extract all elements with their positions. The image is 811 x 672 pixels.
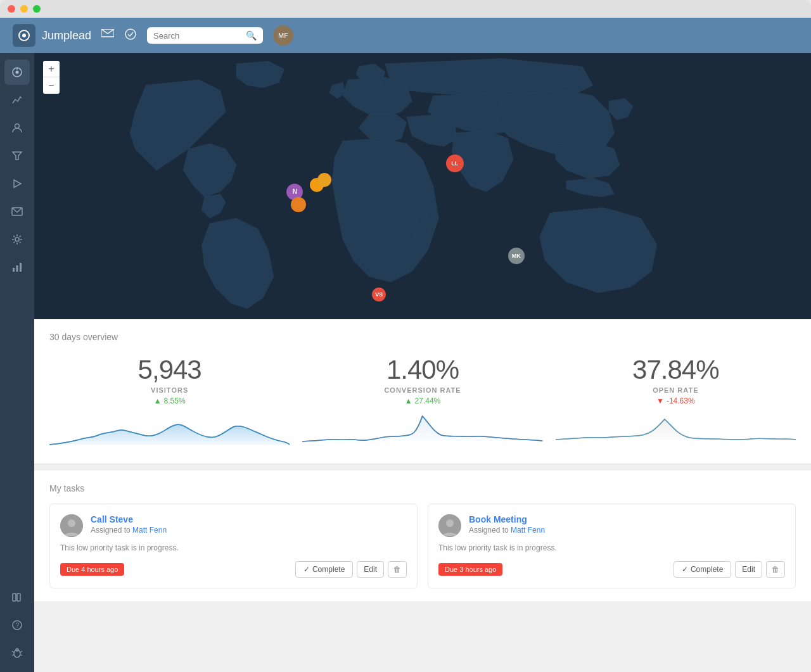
zoom-out-button[interactable]: − [43, 77, 60, 94]
svg-rect-14 [13, 593, 16, 601]
window-chrome [0, 0, 811, 18]
trash-icon: 🗑 [393, 565, 401, 574]
avatar[interactable]: MF [273, 25, 293, 46]
world-map [34, 53, 811, 319]
task-2-actions: ✓ Complete Edit 🗑 [674, 561, 785, 578]
zoom-in-button[interactable]: + [43, 61, 60, 77]
task-2-edit-button[interactable]: Edit [735, 561, 762, 578]
svg-point-4 [16, 71, 19, 74]
map-section: + − LL N MK VS [34, 53, 811, 319]
task-1-desc: This low priority task is in progress. [60, 542, 407, 554]
search-icon: 🔍 [246, 30, 257, 41]
marker-VS[interactable]: VS [372, 288, 386, 301]
sidebar-item-automation[interactable] [4, 171, 30, 196]
task-2-complete-button[interactable]: ✓ Complete [674, 561, 731, 578]
task-2-due-badge: Due 3 hours ago [438, 563, 502, 576]
close-button[interactable] [8, 5, 15, 13]
task-1-avatar [60, 514, 83, 537]
stats-title: 30 days overview [49, 332, 796, 342]
stats-section: 30 days overview 5,943 VISITORS ▲ 8.55% [34, 319, 811, 464]
marker-MK[interactable]: MK [508, 248, 525, 264]
stat-visitors: 5,943 VISITORS ▲ 8.55% [49, 355, 290, 451]
sidebar-item-reports[interactable] [4, 255, 30, 280]
checkmark-icon[interactable] [124, 28, 137, 44]
messages-icon[interactable] [101, 29, 114, 42]
trash-icon-2: 🗑 [772, 565, 779, 574]
svg-marker-8 [14, 180, 21, 187]
svg-line-20 [12, 651, 14, 652]
map-controls: + − [43, 61, 60, 94]
header-actions: 🔍 MF [101, 25, 293, 46]
task-1-complete-button[interactable]: ✓ Complete [295, 561, 353, 578]
svg-point-6 [15, 124, 20, 129]
search-input[interactable] [153, 31, 242, 41]
task-1-title[interactable]: Call Steve [91, 514, 407, 524]
check-icon: ✓ [303, 565, 310, 574]
task-1-due-badge: Due 4 hours ago [60, 563, 124, 576]
task-2-header: Book Meeting Assigned to Matt Fenn [438, 514, 785, 537]
down-arrow-icon: ▼ [656, 396, 664, 405]
visitors-change: ▲ 8.55% [49, 396, 290, 405]
app-layout: ? [0, 53, 811, 672]
svg-rect-15 [17, 593, 20, 601]
sidebar-item-settings[interactable] [4, 227, 30, 252]
sidebar-item-filter[interactable] [4, 143, 30, 168]
stats-grid: 5,943 VISITORS ▲ 8.55% [49, 355, 796, 451]
svg-rect-12 [16, 265, 18, 272]
visitors-label: VISITORS [49, 386, 290, 394]
marker-LL[interactable]: LL [446, 155, 464, 172]
task-2-assigned: Assigned to Matt Fenn [469, 526, 785, 535]
sidebar-item-bugs[interactable] [4, 640, 30, 666]
sidebar-item-help[interactable]: ? [4, 612, 30, 638]
task-1-actions: ✓ Complete Edit 🗑 [295, 561, 407, 578]
svg-text:?: ? [16, 622, 20, 629]
tasks-grid: Call Steve Assigned to Matt Fenn This lo… [49, 504, 796, 588]
sidebar-item-dashboard[interactable] [4, 60, 30, 85]
task-2-desc: This low priority task is in progress. [438, 542, 785, 554]
svg-point-1 [22, 34, 26, 37]
svg-marker-7 [13, 152, 22, 160]
header-title: Jumplead [42, 29, 91, 42]
up-arrow-icon-2: ▲ [405, 396, 412, 405]
task-1-assignee-link[interactable]: Matt Fenn [132, 526, 167, 535]
marker-O[interactable] [291, 197, 306, 212]
tasks-section: My tasks Call Steve [34, 471, 811, 601]
logo-icon [13, 24, 35, 47]
sidebar: ? [0, 53, 34, 672]
task-1-edit-button[interactable]: Edit [357, 561, 384, 578]
minimize-button[interactable] [20, 5, 28, 13]
openrate-change: ▼ -14.63% [556, 396, 796, 405]
main-content: + − LL N MK VS 30 days overview 5,943 VI… [34, 53, 811, 672]
visitors-chart [49, 413, 290, 451]
check-icon-2: ✓ [682, 565, 688, 574]
task-2-title[interactable]: Book Meeting [469, 514, 785, 524]
task-2-avatar [438, 514, 461, 537]
task-2-info: Book Meeting Assigned to Matt Fenn [469, 514, 785, 535]
conversion-value: 1.40% [302, 355, 542, 385]
conversion-chart [302, 413, 542, 451]
sidebar-item-library[interactable] [4, 585, 30, 610]
task-1-assigned: Assigned to Matt Fenn [91, 526, 407, 535]
task-2-footer: Due 3 hours ago ✓ Complete Edit 🗑 [438, 561, 785, 578]
svg-rect-11 [13, 268, 15, 272]
stat-conversion: 1.40% CONVERSION RATE ▲ 27.44% [302, 355, 542, 451]
sidebar-item-contacts[interactable] [4, 115, 30, 141]
task-1-delete-button[interactable]: 🗑 [388, 561, 407, 578]
up-arrow-icon: ▲ [154, 396, 162, 405]
svg-line-21 [20, 651, 22, 652]
task-2-delete-button[interactable]: 🗑 [766, 561, 785, 578]
openrate-label: OPEN RATE [556, 386, 796, 394]
task-2-assignee-link[interactable]: Matt Fenn [511, 526, 545, 535]
svg-rect-13 [20, 263, 22, 272]
svg-point-25 [68, 519, 75, 527]
search-box[interactable]: 🔍 [147, 27, 263, 44]
maximize-button[interactable] [33, 5, 41, 13]
task-1-info: Call Steve Assigned to Matt Fenn [91, 514, 407, 535]
openrate-chart [556, 413, 796, 451]
logo: Jumplead [13, 24, 91, 47]
svg-point-27 [446, 519, 454, 527]
sidebar-item-email[interactable] [4, 199, 30, 224]
task-card-2: Book Meeting Assigned to Matt Fenn This … [428, 504, 796, 588]
task-1-footer: Due 4 hours ago ✓ Complete Edit 🗑 [60, 561, 407, 578]
sidebar-item-analytics[interactable] [4, 87, 30, 113]
